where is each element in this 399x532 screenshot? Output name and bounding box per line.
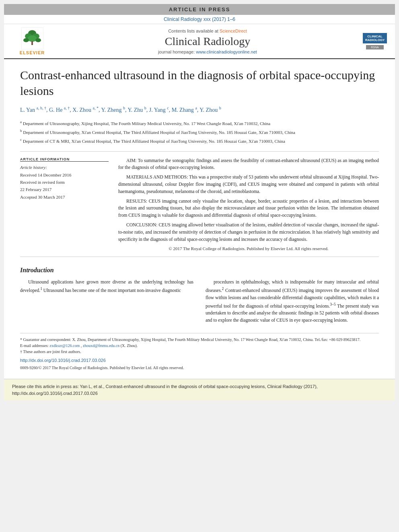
rsna-logo: RSNA (366, 45, 384, 49)
authors-line: L. Yan a, b, †, G. He a, †, X. Zhou a, *… (20, 105, 379, 115)
abstract-text: AIM: To summarise the sonographic findin… (118, 157, 379, 243)
abstract-results: RESULTS: CEUS imaging cannot only visual… (118, 198, 379, 219)
intro-col-right: procedures in ophthalmology, which is in… (206, 279, 379, 327)
homepage-link[interactable]: www.clinicalradiologyonline.net (196, 49, 257, 54)
introduction-section: Introduction Ultrasound applications hav… (20, 267, 379, 327)
citation-bar: Please cite this article in press as: Ya… (4, 379, 395, 401)
introduction-heading: Introduction (20, 267, 379, 274)
svg-point-6 (23, 38, 29, 42)
citation-text: Please cite this article in press as: Ya… (12, 384, 318, 396)
svg-point-7 (35, 38, 41, 42)
aip-banner: ARTICLE IN PRESS (4, 4, 395, 15)
history-item-2: 22 February 2017 (20, 187, 109, 193)
divider-2 (20, 257, 379, 257)
intro-left-para-0: Ultrasound applications have grown more … (20, 279, 193, 294)
history-item-0: Received 14 December 2016 (20, 172, 109, 178)
main-content: Contrast-enhanced ultrasound in the diag… (4, 59, 395, 379)
journal-header: ELSEVIER Contents lists available at Sci… (4, 24, 395, 59)
journal-logo-right: CLINICALRADIOLOGY RSNA (359, 33, 391, 49)
elsevier-tree-icon (21, 27, 43, 49)
issn-line: 0009-9260/© 2017 The Royal College of Ra… (20, 365, 379, 371)
affiliation-c: c Department of CT & MRI, Xi'an Central … (20, 137, 379, 144)
doi-line: http://dx.doi.org/10.1016/j.crad.2017.03… (20, 357, 379, 364)
affiliation-a: a Department of Ultrasonography, Xijing … (20, 119, 379, 127)
doi-link[interactable]: http://dx.doi.org/10.1016/j.crad.2017.03… (20, 358, 106, 363)
science-direct-line: Contents lists available at ScienceDirec… (56, 29, 359, 33)
article-info-label: ARTICLE INFORMATION (20, 157, 109, 162)
abstract-conclusion: CONCLUSION: CEUS imaging allowed better … (118, 222, 379, 243)
abstract-copyright: © 2017 The Royal College of Radiologists… (118, 246, 379, 251)
abstract-aim: AIM: To summarise the sonographic findin… (118, 157, 379, 172)
elsevier-name-text: ELSEVIER (20, 50, 45, 55)
article-history-label: Article history: (20, 165, 109, 170)
intro-left-text: Ultrasound applications have grown more … (20, 279, 193, 294)
elsevier-logo: ELSEVIER (8, 27, 56, 55)
footnotes: * Guarantor and correspondent: X. Zhou, … (20, 333, 379, 371)
page: ARTICLE IN PRESS Clinical Radiology xxx … (4, 4, 395, 401)
contents-text: Contents lists available at (168, 29, 220, 33)
affiliation-b: b Department of Ultrasonography, Xi'an C… (20, 128, 379, 136)
intro-two-col: Ultrasound applications have grown more … (20, 279, 379, 327)
email2-link[interactable]: zhouxd@fmmu.edu.cn (83, 343, 119, 348)
email-label: E-mail addresses: (20, 343, 49, 348)
footnote-guarantor: * Guarantor and correspondent: X. Zhou, … (20, 337, 379, 343)
email1-link[interactable]: zxdkszr@126.com (49, 343, 80, 348)
article-info-col: ARTICLE INFORMATION Article history: Rec… (20, 157, 109, 251)
history-item-1: Received in revised form (20, 179, 109, 185)
footnote-email: E-mail addresses: zxdkszr@126.com , zhou… (20, 343, 379, 349)
email-end: (X. Zhou). (121, 343, 138, 348)
footnote-joint: † These authors are joint first authors. (20, 349, 379, 355)
science-direct-link[interactable]: ScienceDirect (220, 29, 247, 33)
clinical-radiology-logo: CLINICALRADIOLOGY (363, 33, 387, 43)
journal-homepage-line: journal homepage: www.clinicalradiologyo… (56, 49, 359, 54)
abstract-col: AIM: To summarise the sonographic findin… (118, 157, 379, 251)
intro-right-text: procedures in ophthalmology, which is in… (206, 279, 379, 324)
svg-point-4 (28, 35, 37, 42)
abstract-materials: MATERIALS AND METHODS: This was a prospe… (118, 174, 379, 195)
journal-info-bar: Clinical Radiology xxx (2017) 1–6 (4, 15, 395, 24)
intro-col-left: Ultrasound applications have grown more … (20, 279, 193, 327)
history-item-3: Accepted 30 March 2017 (20, 194, 109, 200)
journal-title: Clinical Radiology (56, 35, 359, 48)
svg-rect-5 (31, 41, 33, 45)
journal-center: Contents lists available at ScienceDirec… (56, 29, 359, 54)
article-title: Contrast-enhanced ultrasound in the diag… (20, 67, 379, 99)
article-info-abstract-section: ARTICLE INFORMATION Article history: Rec… (20, 157, 379, 251)
homepage-text: journal homepage: (158, 49, 196, 54)
aip-banner-text: ARTICLE IN PRESS (169, 6, 230, 12)
affiliations: a Department of Ultrasonography, Xijing … (20, 119, 379, 144)
journal-volume-text: Clinical Radiology xxx (2017) 1–6 (164, 16, 235, 22)
intro-right-para-0: procedures in ophthalmology, which is in… (206, 279, 379, 324)
divider-1 (20, 151, 379, 152)
